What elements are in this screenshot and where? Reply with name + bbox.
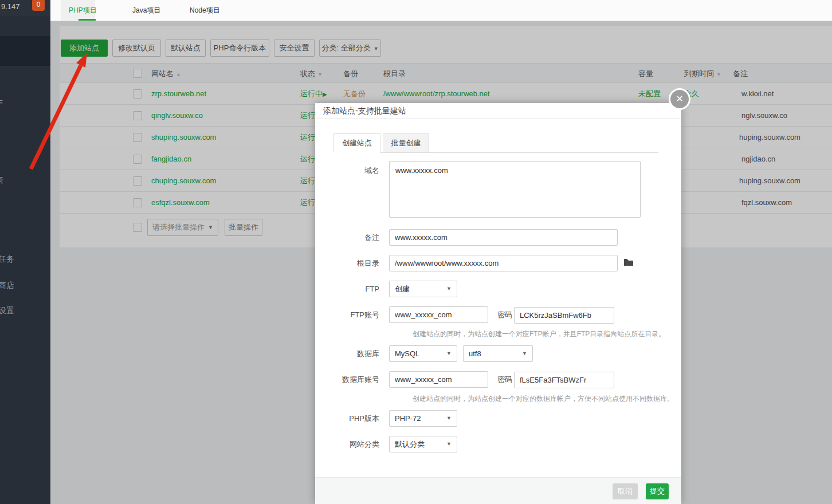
db-type-select[interactable]: MySQL▼ [389, 345, 457, 362]
folder-icon[interactable] [623, 258, 634, 267]
db-account-label: 数据库账号 [315, 371, 379, 388]
server-ip-fragment: 9.147 [1, 2, 20, 11]
site-category-label: 网站分类 [315, 436, 379, 452]
sidebar-item-settings[interactable]: 设置 [0, 306, 14, 316]
remark-input[interactable] [389, 229, 618, 246]
db-account-input[interactable] [389, 371, 488, 388]
sidebar-header: 9.147 0 [0, 0, 50, 16]
modal-title-divider [315, 118, 681, 119]
cancel-button[interactable]: 取消 [613, 483, 638, 499]
sidebar-active-item[interactable] [0, 36, 50, 66]
app-window: 9.147 0 丰 啬 任务 商店 设置 PHP项目 Java项目 Node项目… [0, 0, 832, 504]
db-password-input[interactable] [514, 372, 614, 388]
sidebar: 9.147 0 丰 啬 任务 商店 设置 [0, 0, 50, 504]
ftp-label: FTP [315, 281, 379, 297]
project-tabs-bar: PHP项目 Java项目 Node项目 [50, 0, 832, 21]
modal-tabs: 创建站点 批量创建 [333, 133, 658, 153]
db-label: 数据库 [315, 345, 379, 362]
domain-textarea[interactable]: www.xxxxx.com [389, 161, 641, 218]
caret-down-icon: ▼ [522, 346, 527, 361]
caret-down-icon: ▼ [446, 281, 452, 297]
sidebar-item-fragment-1[interactable]: 丰 [0, 98, 3, 108]
db-password-label: 密码 [497, 371, 512, 388]
tab-java-project[interactable]: Java项目 [132, 6, 160, 15]
db-charset-select[interactable]: utf8▼ [463, 345, 533, 362]
close-icon[interactable]: ✕ [669, 88, 690, 110]
modal-title: 添加站点-支持批量建站 [323, 106, 406, 116]
sidebar-item-appstore[interactable]: 商店 [0, 281, 14, 291]
submit-button[interactable]: 提交 [646, 483, 669, 499]
sidebar-item-cron[interactable]: 任务 [0, 254, 14, 265]
ftp-helper-text: 创建站点的同时，为站点创建一个对应FTP帐户，并且FTP目录指向站点所在目录。 [413, 329, 665, 339]
domain-label: 域名 [315, 162, 379, 179]
modal-tab-batch-create[interactable]: 批量创建 [383, 133, 429, 153]
ftp-password-input[interactable] [514, 307, 614, 324]
notification-badge[interactable]: 0 [32, 0, 45, 11]
root-dir-input[interactable] [389, 255, 618, 271]
php-version-select[interactable]: PHP-72▼ [389, 410, 457, 427]
ftp-password-label: 密码 [497, 306, 512, 323]
caret-down-icon: ▼ [446, 346, 452, 361]
root-dir-label: 根目录 [315, 255, 379, 271]
site-category-select[interactable]: 默认分类▼ [389, 436, 457, 452]
php-version-label: PHP版本 [315, 410, 379, 427]
tab-php-project[interactable]: PHP项目 [69, 6, 97, 15]
sidebar-item-fragment-2[interactable]: 啬 [0, 175, 3, 186]
ftp-account-input[interactable] [389, 306, 488, 323]
caret-down-icon: ▼ [446, 436, 452, 452]
ftp-account-label: FTP账号 [315, 306, 379, 323]
caret-down-icon: ▼ [446, 411, 452, 426]
remark-label: 备注 [315, 229, 379, 246]
tab-active-underline [79, 19, 96, 21]
db-helper-text: 创建站点的同时，为站点创建一个对应的数据库帐户，方便不同站点使用不同数据库。 [413, 394, 674, 404]
modal-tab-create-site[interactable]: 创建站点 [333, 133, 380, 153]
add-site-modal: 添加站点-支持批量建站 创建站点 批量创建 域名 www.xxxxx.com 备… [315, 103, 681, 504]
modal-footer: 取消 提交 [315, 477, 681, 504]
ftp-select[interactable]: 创建▼ [389, 281, 457, 297]
tab-node-project[interactable]: Node项目 [190, 6, 220, 15]
